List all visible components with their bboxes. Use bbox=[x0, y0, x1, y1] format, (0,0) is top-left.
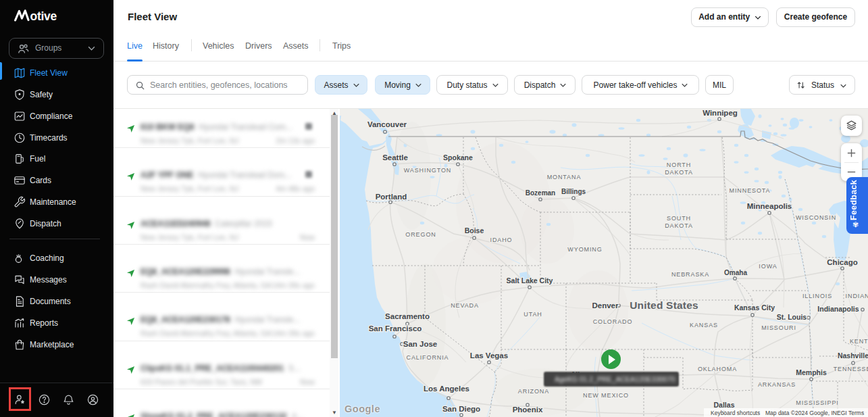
svg-text:Denver: Denver bbox=[592, 301, 619, 310]
svg-text:Nashville: Nashville bbox=[838, 351, 868, 360]
svg-text:St. Louis: St. Louis bbox=[777, 313, 807, 321]
svg-text:NORTH: NORTH bbox=[667, 162, 691, 168]
svg-text:Chicago: Chicago bbox=[827, 258, 857, 266]
svg-text:CALIFORNIA: CALIFORNIA bbox=[406, 354, 449, 361]
svg-text:Bozeman: Bozeman bbox=[526, 189, 555, 197]
svg-text:Winnipeg: Winnipeg bbox=[703, 109, 738, 117]
svg-text:NEW MEXICO: NEW MEXICO bbox=[583, 392, 629, 399]
svg-text:NEVADA: NEVADA bbox=[451, 302, 479, 309]
svg-text:Kansas City: Kansas City bbox=[734, 303, 775, 312]
svg-text:SOUTH: SOUTH bbox=[667, 215, 691, 222]
svg-text:Sacramento: Sacramento bbox=[385, 312, 430, 320]
svg-text:San Francisco: San Francisco bbox=[369, 324, 422, 333]
svg-text:Las Vegas: Las Vegas bbox=[470, 351, 508, 360]
svg-text:KANSAS: KANSAS bbox=[690, 322, 718, 328]
svg-text:Los Angeles: Los Angeles bbox=[424, 385, 469, 393]
svg-text:Phoenix: Phoenix bbox=[513, 406, 543, 414]
svg-text:Indianapolis: Indianapolis bbox=[817, 305, 859, 313]
svg-text:Billings: Billings bbox=[561, 188, 586, 195]
svg-text:COLORADO: COLORADO bbox=[593, 318, 633, 325]
svg-text:ARIZONA: ARIZONA bbox=[518, 388, 549, 395]
svg-text:OREGON: OREGON bbox=[405, 231, 436, 238]
svg-text:Boise: Boise bbox=[465, 226, 484, 235]
svg-text:KENTUCKY: KENTUCKY bbox=[850, 338, 868, 345]
svg-text:WISCONSIN: WISCONSIN bbox=[796, 214, 836, 221]
svg-text:OKLAHOMA: OKLAHOMA bbox=[698, 366, 737, 372]
svg-text:MINNESOTA: MINNESOTA bbox=[730, 187, 771, 194]
svg-text:MISSISSIPPI: MISSISSIPPI bbox=[796, 399, 838, 406]
svg-text:otive: otive bbox=[30, 9, 57, 23]
svg-text:Seattle: Seattle bbox=[382, 153, 408, 162]
svg-text:San Diego: San Diego bbox=[442, 405, 480, 413]
svg-text:MONTANA: MONTANA bbox=[547, 174, 582, 180]
svg-text:San Jose: San Jose bbox=[403, 340, 438, 348]
svg-text:NEBRASKA: NEBRASKA bbox=[671, 271, 709, 278]
svg-text:Memphis: Memphis bbox=[796, 368, 827, 376]
svg-text:DAKOTA: DAKOTA bbox=[665, 169, 693, 176]
svg-text:Salt Lake City: Salt Lake City bbox=[507, 276, 553, 285]
svg-text:TENNESSEE: TENNESSEE bbox=[834, 366, 868, 372]
svg-text:WASHINGTON: WASHINGTON bbox=[404, 167, 452, 174]
svg-text:ARKANSAS: ARKANSAS bbox=[758, 381, 796, 388]
svg-text:DAKOTA: DAKOTA bbox=[665, 222, 693, 229]
svg-text:Minneapolis: Minneapolis bbox=[747, 202, 792, 210]
svg-text:INDIANA: INDIANA bbox=[846, 293, 868, 299]
svg-text:MISSOURI: MISSOURI bbox=[761, 324, 796, 331]
svg-text:Vancouver: Vancouver bbox=[367, 120, 407, 128]
svg-text:IOWA: IOWA bbox=[759, 263, 777, 270]
svg-text:WYOMING: WYOMING bbox=[567, 246, 602, 253]
svg-text:United States: United States bbox=[630, 299, 698, 311]
svg-text:Portland: Portland bbox=[376, 193, 407, 201]
svg-text:Spokane: Spokane bbox=[443, 153, 473, 162]
svg-text:UTAH: UTAH bbox=[524, 311, 542, 318]
svg-text:IDAHO: IDAHO bbox=[490, 237, 512, 243]
svg-text:ILLINOIS: ILLINOIS bbox=[802, 293, 832, 299]
svg-text:Omaha: Omaha bbox=[724, 269, 747, 276]
